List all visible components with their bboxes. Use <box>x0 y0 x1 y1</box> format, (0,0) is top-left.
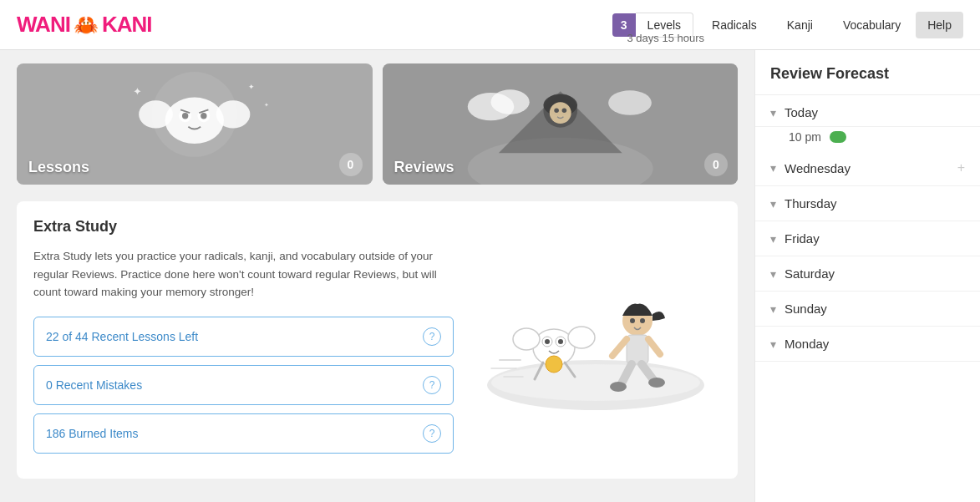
svg-point-5 <box>182 113 188 119</box>
svg-point-32 <box>513 328 540 350</box>
friday-label: Friday <box>785 231 820 246</box>
monday-row[interactable]: ▾ Monday <box>755 327 980 362</box>
running-illustration-svg <box>475 247 717 414</box>
kanji-link[interactable]: Kanji <box>772 12 828 38</box>
extra-study-section: Extra Study Extra Study lets you practic… <box>17 201 738 479</box>
svg-point-46 <box>648 378 665 388</box>
svg-point-31 <box>558 339 563 344</box>
wednesday-label: Wednesday <box>785 161 851 175</box>
radicals-link[interactable]: Radicals <box>697 12 772 38</box>
recent-lessons-label: 22 of 44 Recent Lessons Left <box>46 330 198 343</box>
main-container: ✦ ✦ ✦ Lessons 0 <box>0 50 980 502</box>
svg-point-36 <box>546 356 562 373</box>
svg-point-38 <box>630 318 635 323</box>
svg-point-8 <box>216 100 251 128</box>
svg-line-42 <box>648 339 660 354</box>
today-chevron-icon: ▾ <box>770 106 776 119</box>
sidebar: Review Forecast ▾ Today 10 pm ▾ Wednesda… <box>754 50 980 502</box>
recent-mistakes-label: 0 Recent Mistakes <box>46 378 142 392</box>
today-green-dot <box>830 131 846 143</box>
recent-lessons-help-icon[interactable]: ? <box>423 327 441 346</box>
lessons-card[interactable]: ✦ ✦ ✦ Lessons 0 <box>17 63 373 185</box>
thursday-row[interactable]: ▾ Thursday <box>755 186 980 221</box>
lessons-label: Lessons <box>28 159 89 176</box>
today-header[interactable]: ▾ Today <box>755 95 980 127</box>
monday-chevron-icon: ▾ <box>770 337 776 351</box>
header-timer: 3 days 15 hours <box>627 32 704 44</box>
recent-mistakes-help-icon[interactable]: ? <box>423 376 441 394</box>
nav-links: Radicals Kanji Vocabulary Help <box>697 12 963 38</box>
recent-lessons-button[interactable]: 22 of 44 Recent Lessons Left ? <box>33 317 454 357</box>
today-section: ▾ Today 10 pm <box>755 94 980 150</box>
extra-study-illustration <box>470 247 721 414</box>
reviews-label: Reviews <box>394 159 454 176</box>
thursday-label: Thursday <box>785 196 837 210</box>
logo-text-2: KANI <box>102 12 152 38</box>
sunday-chevron-icon: ▾ <box>770 302 776 316</box>
svg-point-17 <box>490 89 529 114</box>
burned-items-help-icon[interactable]: ? <box>423 424 441 443</box>
reviews-card[interactable]: Reviews 0 <box>383 63 739 185</box>
friday-chevron-icon: ▾ <box>770 232 776 246</box>
svg-point-23 <box>554 109 559 114</box>
extra-study-title: Extra Study <box>33 218 721 236</box>
today-time-row: 10 pm <box>755 127 980 150</box>
svg-point-26 <box>491 364 700 401</box>
svg-point-45 <box>610 382 627 392</box>
svg-point-7 <box>139 100 173 128</box>
saturday-chevron-icon: ▾ <box>770 267 776 281</box>
svg-point-2 <box>165 98 224 144</box>
sunday-row[interactable]: ▾ Sunday <box>755 292 980 327</box>
wednesday-chevron-icon: ▾ <box>770 161 776 175</box>
saturday-label: Saturday <box>785 266 835 281</box>
today-time: 10 pm <box>789 130 821 144</box>
monday-label: Monday <box>785 337 829 351</box>
friday-row[interactable]: ▾ Friday <box>755 221 980 256</box>
svg-text:✦: ✦ <box>264 101 269 109</box>
svg-line-41 <box>612 339 627 356</box>
header: WANI 🦀 KANI 3 Levels Radicals Kanji Voca… <box>0 0 980 50</box>
recent-mistakes-button[interactable]: 0 Recent Mistakes ? <box>33 365 454 405</box>
wednesday-row[interactable]: ▾ Wednesday + <box>755 150 980 186</box>
extra-study-description: Extra Study lets you practice your radic… <box>33 247 454 302</box>
content-area: ✦ ✦ ✦ Lessons 0 <box>0 50 754 502</box>
svg-point-24 <box>561 109 566 114</box>
logo-text: WANI <box>17 12 70 38</box>
extra-study-left: Extra Study lets you practice your radic… <box>33 247 454 462</box>
logo: WANI 🦀 KANI <box>17 12 151 38</box>
svg-text:✦: ✦ <box>249 83 256 91</box>
today-label: Today <box>785 105 818 119</box>
extra-study-content: Extra Study lets you practice your radic… <box>33 247 721 462</box>
svg-point-39 <box>640 318 645 323</box>
svg-point-22 <box>549 102 571 124</box>
burned-items-button[interactable]: 186 Burned Items ? <box>33 413 454 454</box>
svg-text:✦: ✦ <box>133 85 142 98</box>
svg-point-6 <box>201 113 206 119</box>
review-forecast-title: Review Forecast <box>755 50 980 94</box>
cards-row: ✦ ✦ ✦ Lessons 0 <box>17 63 738 185</box>
svg-point-30 <box>545 339 550 344</box>
sunday-label: Sunday <box>785 302 827 316</box>
lessons-count: 0 <box>339 153 363 176</box>
burned-items-label: 186 Burned Items <box>46 427 139 440</box>
wednesday-plus-icon: + <box>957 160 965 175</box>
svg-point-33 <box>568 327 595 348</box>
svg-point-18 <box>608 90 652 115</box>
thursday-chevron-icon: ▾ <box>770 197 776 210</box>
vocabulary-link[interactable]: Vocabulary <box>828 12 916 38</box>
help-link[interactable]: Help <box>916 12 963 38</box>
saturday-row[interactable]: ▾ Saturday <box>755 256 980 292</box>
reviews-count: 0 <box>704 153 728 176</box>
logo-icon: 🦀 <box>74 13 99 37</box>
